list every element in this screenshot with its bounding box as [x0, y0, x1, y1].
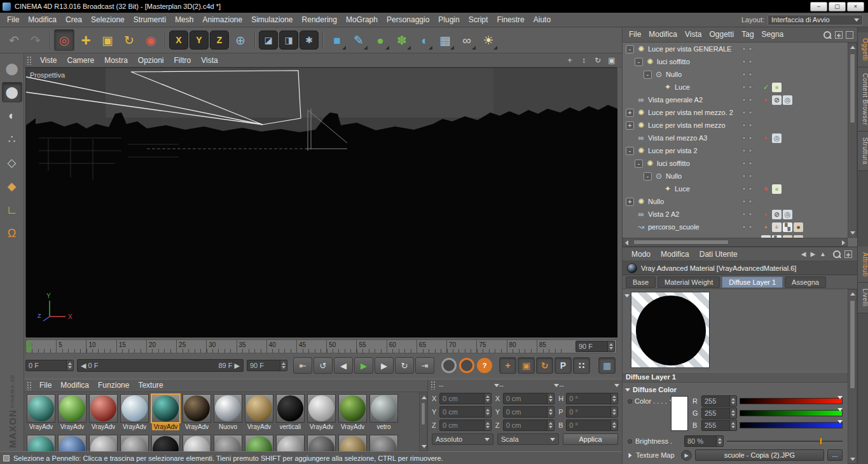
- viewport-menu-item[interactable]: Vista: [196, 56, 223, 65]
- add-modeling-button[interactable]: ✽: [392, 29, 412, 51]
- stepper-icon[interactable]: [610, 393, 617, 404]
- stepper-icon[interactable]: [610, 407, 617, 417]
- current-frame-field[interactable]: 0 F: [25, 360, 74, 371]
- material-swatch[interactable]: [275, 433, 306, 451]
- size-field[interactable]: 0 cm: [503, 393, 555, 404]
- coordinate-system-toggle[interactable]: ⊕: [230, 29, 251, 51]
- scale-mode-select[interactable]: Scala: [497, 433, 559, 445]
- anim-dot-icon[interactable]: [628, 439, 632, 444]
- material-swatch[interactable]: VrayAdv: [306, 393, 337, 433]
- attribute-tab[interactable]: Assegna: [785, 276, 826, 288]
- key-pla-toggle[interactable]: ∷: [573, 357, 590, 374]
- texture-tag[interactable]: ▚: [783, 222, 792, 232]
- next-frame-button[interactable]: ▶: [375, 357, 394, 374]
- lock-z-axis[interactable]: Z: [210, 31, 229, 50]
- lock-x-axis[interactable]: X: [169, 31, 188, 50]
- material-scrollbar[interactable]: [419, 393, 427, 451]
- material-swatch[interactable]: VrayAdv: [244, 393, 275, 433]
- expand-toggle-icon[interactable]: -: [635, 160, 643, 168]
- visibility-dots[interactable]: [742, 225, 759, 229]
- object-menu-item[interactable]: Tag: [738, 27, 757, 42]
- attribute-tab[interactable]: Base: [626, 276, 656, 288]
- render-picture-viewer-button[interactable]: ◨: [279, 31, 298, 50]
- expand-toggle-icon[interactable]: -: [635, 58, 643, 66]
- menu-item[interactable]: Script: [464, 13, 493, 27]
- object-row[interactable]: - ⊙ Nullo: [623, 170, 848, 182]
- twirl-icon[interactable]: [624, 294, 630, 297]
- object-row[interactable]: - ⊙ Nullo: [623, 68, 848, 81]
- compositing-tag[interactable]: ⊘: [772, 95, 782, 105]
- side-tab[interactable]: Struttura: [858, 132, 868, 171]
- add-primitive-button[interactable]: ■: [327, 29, 347, 51]
- max-frame-field[interactable]: 90 F: [575, 341, 615, 352]
- enabled-check-tag[interactable]: ✓: [761, 83, 771, 92]
- add-spline-button[interactable]: ✎: [348, 29, 369, 51]
- add-environment-button[interactable]: ▦: [435, 29, 455, 51]
- material-thumbnail[interactable]: [120, 394, 149, 423]
- brightness-field[interactable]: 80 %: [684, 435, 724, 447]
- attribute-tab[interactable]: Material Weight: [658, 276, 720, 288]
- channel-gradient-slider[interactable]: [740, 410, 843, 416]
- visibility-dots[interactable]: [742, 161, 759, 165]
- undo-button[interactable]: ↶: [4, 29, 24, 51]
- material-swatch[interactable]: VrayAdv: [57, 393, 88, 433]
- visibility-dots[interactable]: [742, 85, 759, 89]
- coordinate-column-select[interactable]: --: [499, 381, 560, 389]
- object-row[interactable]: ↝ +▚●●: [623, 233, 848, 238]
- visibility-dots[interactable]: [742, 60, 759, 64]
- viewport-menu-item[interactable]: Viste: [35, 56, 62, 65]
- keyframe-selection-button[interactable]: ▦: [598, 357, 616, 374]
- material-swatch[interactable]: [150, 433, 181, 451]
- add-deformer-button[interactable]: ◖: [413, 29, 434, 51]
- stepper-icon[interactable]: [484, 407, 491, 417]
- menu-item[interactable]: Selezione: [86, 13, 129, 27]
- menu-item[interactable]: MoGraph: [341, 13, 382, 27]
- object-menu-item[interactable]: Oggetti: [706, 27, 738, 42]
- material-swatch[interactable]: VrayAdv: [150, 393, 181, 433]
- material-menu-item[interactable]: File: [35, 379, 56, 392]
- menu-item[interactable]: File: [3, 13, 24, 27]
- rotation-field[interactable]: 0 °: [566, 406, 618, 418]
- prev-frame-button[interactable]: ◀: [334, 357, 353, 374]
- side-tab[interactable]: Attributi: [858, 247, 868, 283]
- twirl-icon[interactable]: [629, 453, 632, 458]
- object-row[interactable]: ↝ percorso_scuole ▪+▚●: [623, 221, 848, 233]
- position-field[interactable]: 0 cm: [439, 393, 492, 404]
- last-tool-used[interactable]: ◉: [141, 29, 161, 51]
- material-thumbnail[interactable]: [120, 435, 149, 451]
- material-swatch[interactable]: [306, 433, 337, 451]
- material-thumbnail[interactable]: [58, 394, 86, 423]
- object-menu-item[interactable]: Segna: [758, 27, 788, 42]
- material-thumbnail[interactable]: [307, 394, 336, 423]
- material-thumbnail[interactable]: [27, 435, 55, 451]
- visibility-dots[interactable]: [742, 149, 759, 153]
- render-view-button[interactable]: ◪: [259, 31, 278, 50]
- material-swatch[interactable]: [368, 433, 399, 451]
- browse-button[interactable]: ...: [827, 449, 843, 461]
- camera-label[interactable]: Prospettiva: [30, 71, 65, 79]
- texture-preview-button[interactable]: ▶: [681, 450, 692, 461]
- stepper-icon[interactable]: [280, 360, 287, 371]
- material-swatch[interactable]: [181, 433, 212, 451]
- visibility-dots[interactable]: [742, 174, 759, 178]
- size-field[interactable]: 0 cm: [503, 406, 555, 418]
- material-swatch[interactable]: [25, 433, 57, 451]
- record-button[interactable]: [441, 358, 457, 373]
- display-tag[interactable]: ▪: [761, 95, 771, 105]
- redo-button[interactable]: ↷: [25, 29, 46, 51]
- visibility-dots[interactable]: [742, 98, 759, 102]
- side-tab[interactable]: Oggetti: [858, 32, 868, 67]
- lock-y-axis[interactable]: Y: [189, 31, 209, 50]
- scrollbar-thumb[interactable]: [850, 53, 855, 123]
- target-tag[interactable]: ◎: [772, 133, 782, 143]
- menu-item[interactable]: Crea: [61, 13, 86, 27]
- attribute-menu-item[interactable]: Modo: [626, 247, 656, 261]
- viewport-menu-item[interactable]: Camere: [62, 56, 99, 65]
- phong-tag[interactable]: ●: [772, 83, 782, 92]
- object-row[interactable]: + ✺ Nullo: [623, 195, 848, 208]
- material-thumbnail[interactable]: [58, 435, 86, 451]
- texture-file-button[interactable]: scuole - Copia (2).JPG: [695, 449, 824, 461]
- restore-button[interactable]: ▢: [829, 2, 846, 11]
- material-swatch[interactable]: [337, 433, 368, 451]
- rotation-field[interactable]: 0 °: [566, 420, 618, 431]
